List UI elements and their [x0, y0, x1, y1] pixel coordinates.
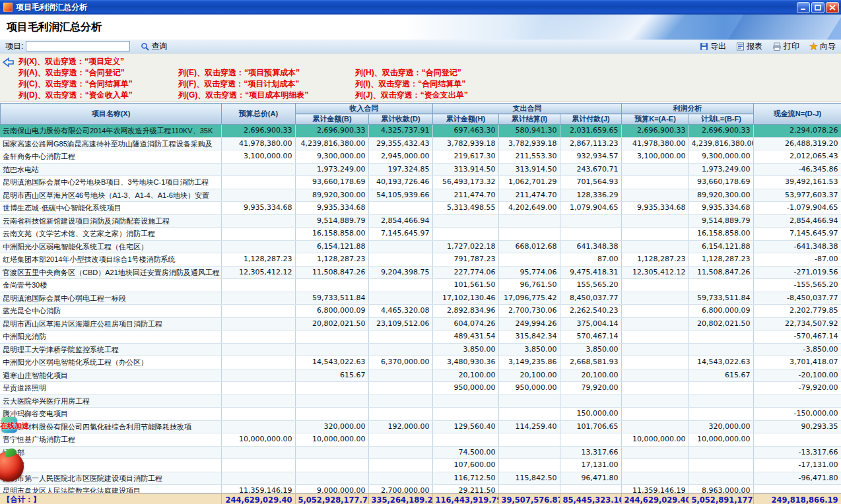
cell[interactable]: 2,696,900.33	[221, 125, 295, 137]
cell[interactable]: 101,561.50	[432, 279, 498, 292]
cell[interactable]	[368, 433, 432, 447]
cell[interactable]	[498, 459, 560, 472]
table-row[interactable]: 云南保山电力股份有限公司2014年农网改造升级工程110KV、35K2,696,…	[0, 125, 841, 137]
cell[interactable]: 668,012.68	[498, 240, 560, 253]
table-row[interactable]: 云南文苑（文学艺术馆、文艺家之家）消防工程16,158,858.007,145,…	[0, 228, 841, 241]
cell[interactable]	[621, 292, 689, 305]
cell[interactable]	[621, 382, 689, 395]
cell[interactable]: 26,488,319.20	[753, 137, 841, 150]
cell[interactable]: 375,004.14	[560, 317, 621, 331]
cell[interactable]: 243,670.71	[560, 163, 621, 176]
accelerator-overlay-icon[interactable]: 在线加速	[0, 416, 30, 434]
cell[interactable]: 53,977,603.37	[753, 189, 841, 202]
cell[interactable]: 9,935,334.68	[221, 202, 295, 215]
cell[interactable]: 320,000.00	[295, 420, 368, 433]
print-button[interactable]: 打印	[772, 41, 799, 52]
cell[interactable]	[368, 382, 432, 395]
cell[interactable]	[498, 446, 560, 459]
cell[interactable]: 2,696,900.33	[689, 125, 753, 137]
cell[interactable]: 16,158,858.00	[295, 228, 368, 241]
cell[interactable]: 580,941.30	[498, 125, 560, 137]
column-header[interactable]: 利润分析	[622, 104, 754, 114]
cell[interactable]	[621, 214, 689, 228]
cell[interactable]	[368, 279, 432, 292]
cell[interactable]	[689, 394, 753, 408]
wizard-button[interactable]: 向导	[809, 41, 836, 52]
cell[interactable]	[221, 317, 295, 331]
cell[interactable]: 95,774.06	[498, 266, 560, 279]
cell[interactable]	[689, 343, 753, 356]
cell[interactable]: 1,973,249.00	[689, 163, 753, 176]
cell[interactable]: 9,000,000.00	[295, 485, 368, 493]
cell[interactable]: 1,079,904.65	[560, 202, 621, 215]
cell[interactable]	[498, 408, 560, 421]
table-row[interactable]: 云大医院华兴医疗用房工程	[0, 394, 841, 408]
cell[interactable]: 211,553.30	[498, 150, 560, 164]
cell[interactable]: 昆明市西山区草海片区46号地块（A1-3、A1-4、A1-6地块）安置	[0, 189, 221, 202]
cell[interactable]: 10,000,000.00	[221, 433, 295, 447]
cell[interactable]: 570,467.14	[560, 331, 621, 344]
cell[interactable]: 90,293.35	[753, 420, 841, 433]
cell[interactable]: 7,145,645.97	[753, 228, 841, 241]
cell[interactable]: 9,935,334.68	[689, 202, 753, 215]
cell[interactable]: 1,727,022.18	[432, 240, 498, 253]
cell[interactable]: 950,000.00	[498, 382, 560, 395]
cell[interactable]	[221, 240, 295, 253]
column-header[interactable]: 项目名称(X)	[1, 104, 222, 125]
cell[interactable]: 320,000.00	[689, 420, 753, 433]
cell[interactable]: 96,761.50	[498, 279, 560, 292]
cell[interactable]: 世博生态城·低碳中心智能化系统项目	[0, 202, 221, 215]
cell[interactable]: 9,475,418.31	[560, 266, 621, 279]
cell[interactable]: 1,128,287.23	[621, 253, 689, 267]
column-header[interactable]: 计划L=(B-F)	[689, 114, 754, 125]
cell[interactable]	[621, 420, 689, 433]
cell[interactable]: 12,305,412.12	[221, 266, 295, 279]
report-button[interactable]: 报表	[736, 41, 762, 52]
cell[interactable]: 4,202,649.00	[498, 202, 560, 215]
cell[interactable]: 641,348.38	[560, 240, 621, 253]
cell[interactable]: 3,701,418.07	[753, 356, 841, 369]
cell[interactable]: -1,079,904.65	[753, 202, 841, 215]
cell[interactable]: 1,973,249.00	[295, 163, 368, 176]
cell[interactable]	[368, 394, 432, 408]
cell[interactable]: 17,131.00	[560, 459, 621, 472]
cell[interactable]	[368, 240, 432, 253]
cell[interactable]	[498, 394, 560, 408]
cell[interactable]: 5,313,498.55	[432, 202, 498, 215]
table-row[interactable]: 昆明理工大学津桥学院监控系统工程3,850.003,850.003,850.00…	[0, 343, 841, 356]
cell[interactable]: 昆明市第一人民医院北市区医院建设项目消防工程	[0, 472, 221, 485]
cell[interactable]: 9,935,334.68	[295, 202, 368, 215]
cell[interactable]: 11,508,847.26	[295, 266, 368, 279]
cell[interactable]: -271,019.56	[753, 266, 841, 279]
column-header[interactable]: 预算总价(A)	[222, 104, 296, 125]
cell[interactable]: -150,000.00	[753, 408, 841, 421]
cell[interactable]	[221, 369, 295, 382]
cell[interactable]: 中洲阳光消防	[0, 331, 221, 344]
cell[interactable]	[498, 228, 560, 241]
cell[interactable]: 2,854,466.94	[368, 214, 432, 228]
cell[interactable]: 20,802,021.50	[295, 317, 368, 331]
cell[interactable]: 红塔集团本部2014年小型技改项目综合1号楼消防系统	[0, 253, 221, 267]
table-row[interactable]: 理工新材料股份有限公司四氯化硅综合利用节能降耗技改项320,000.00192,…	[0, 420, 841, 433]
cell[interactable]: 41,978,380.00	[221, 137, 295, 150]
cell[interactable]	[560, 433, 621, 447]
cell[interactable]: 国家高速公路网G85渝昆高速待补至功山隧道消防工程设备采购及	[0, 137, 221, 150]
cell[interactable]	[368, 331, 432, 344]
cell[interactable]: 96,471.80	[560, 472, 621, 485]
cell[interactable]: 56,493,173.32	[432, 176, 498, 189]
table-row[interactable]: 昆明滇池国际会展中心弱电工程一标段59,733,511.8417,102,130…	[0, 292, 841, 305]
table-row[interactable]: 昆明市盘龙区人民法院数字化法庭建设项目11,359,146.199,000,00…	[0, 485, 841, 493]
cell[interactable]	[221, 356, 295, 369]
cell[interactable]: 2,294,078.26	[753, 125, 841, 137]
cell[interactable]	[221, 305, 295, 318]
cell[interactable]	[221, 279, 295, 292]
table-row[interactable]: 昆明滇池国际会展中心2号地块B项目、3号地块C-1项目消防工程93,660,17…	[0, 176, 841, 189]
cell[interactable]: 115,842.50	[498, 472, 560, 485]
cell[interactable]: 211,474.70	[498, 189, 560, 202]
cell[interactable]: 87.00	[560, 253, 621, 267]
cell[interactable]	[221, 446, 295, 459]
cell[interactable]	[689, 446, 753, 459]
cell[interactable]	[221, 176, 295, 189]
table-row[interactable]: 避寒山庄智能化项目615.6720,100.0020,100.0020,100.…	[0, 369, 841, 382]
search-button[interactable]: 查询	[141, 41, 167, 52]
